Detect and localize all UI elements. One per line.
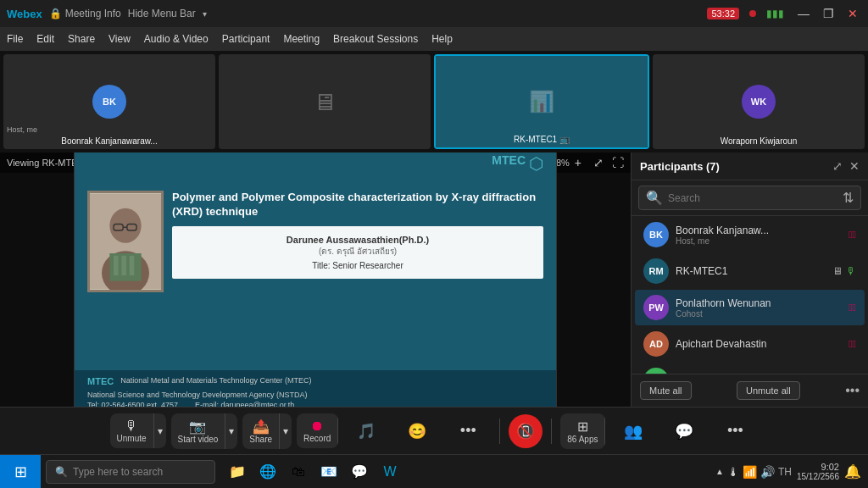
network-icon: 📶 xyxy=(743,465,757,479)
hide-menu-btn[interactable]: Hide Menu Bar xyxy=(128,8,196,19)
reactions-button[interactable]: 😊 xyxy=(394,417,440,446)
slide-tel: Tel: 02-564-6500 ext. 4757 xyxy=(87,401,178,407)
participant-boonrak[interactable]: BK Boonrak Kanjanaw... Host, me 🎙̶ xyxy=(635,217,865,252)
share-dropdown-arrow[interactable]: ▾ xyxy=(280,420,292,442)
participant-ponlathorn[interactable]: PW Ponlathorn Wenunan Cohost 🎙̶ xyxy=(635,290,865,325)
taskbar-file-explorer[interactable]: 📁 xyxy=(224,458,251,485)
share-icon: 📤 xyxy=(253,419,270,435)
start-video-button[interactable]: 📷 Start video xyxy=(171,413,226,449)
more-options-button[interactable]: ••• xyxy=(445,417,491,445)
record-icon: ⏺ xyxy=(310,419,324,434)
menu-meeting[interactable]: Meeting xyxy=(283,33,320,45)
audio-options-button[interactable]: 🎵 xyxy=(343,417,389,446)
pinfo-boonrak: Boonrak Kanjanaw... Host, me xyxy=(676,225,842,246)
window-controls: — ❐ ✕ xyxy=(794,7,861,20)
chat-button[interactable]: 💬 xyxy=(661,417,707,446)
panel-footer: Mute all Unmute all ••• xyxy=(632,374,868,407)
menu-view[interactable]: View xyxy=(108,33,131,45)
menu-edit[interactable]: Edit xyxy=(36,33,54,45)
participant-rkmtec1[interactable]: RM RK-MTEC1 🖥 🎙 xyxy=(635,253,865,289)
fit-icon[interactable]: ⤢ xyxy=(593,156,604,169)
apps-button[interactable]: ⊞ 86 Apps xyxy=(560,413,605,449)
taskbar-store[interactable]: 🛍 xyxy=(285,458,312,485)
taskbar-time: 9:02 xyxy=(797,462,839,472)
more-toolbar-button[interactable]: ••• xyxy=(712,417,758,445)
expand-panel-icon[interactable]: ⤢ xyxy=(832,159,843,173)
taskbar-webex[interactable]: W xyxy=(376,458,403,485)
record-button[interactable]: ⏺ Record xyxy=(297,413,338,448)
slide-footer: MTEC National Metal and Materials Techno… xyxy=(75,370,556,407)
meeting-info-btn[interactable]: 🔒 Meeting Info xyxy=(49,8,121,19)
video-slash-icon: 📷 xyxy=(189,419,206,435)
pname-boonrak: Boonrak Kanjanaw... xyxy=(676,225,842,236)
mute-icon-apichart: 🎙̶ xyxy=(849,338,856,350)
taskbar-edge[interactable]: 🌐 xyxy=(254,458,281,485)
fullscreen-icon[interactable]: ⛶ xyxy=(612,156,624,169)
mute-all-button[interactable]: Mute all xyxy=(640,381,692,400)
taskbar-clock: 9:02 15/12/2566 xyxy=(797,462,839,481)
avatar-ponlathorn: PW xyxy=(643,295,669,320)
system-tray: ▲ 🌡 📶 🔊 TH xyxy=(715,465,792,479)
taskbar-search-box[interactable]: 🔍 Type here to search xyxy=(46,460,215,484)
menu-file[interactable]: File xyxy=(7,33,23,45)
apps-label: 86 Apps xyxy=(567,435,598,444)
taskbar-mail[interactable]: 📧 xyxy=(315,458,342,485)
unmute-dropdown-arrow[interactable]: ▾ xyxy=(154,420,166,442)
svg-rect-8 xyxy=(121,256,126,275)
titlebar-right: 53:32 ▮▮▮ — ❐ ✕ xyxy=(707,7,861,20)
taskbar-search-placeholder: Type here to search xyxy=(73,466,163,478)
video-dropdown-arrow[interactable]: ▾ xyxy=(225,420,237,442)
notification-icon[interactable]: 🔔 xyxy=(844,463,861,480)
share-button[interactable]: 📤 Share xyxy=(242,413,280,449)
close-panel-icon[interactable]: ✕ xyxy=(849,159,860,173)
unmute-all-button[interactable]: Unmute all xyxy=(737,381,800,400)
taskbar: ⊞ 🔍 Type here to search 📁 🌐 🛍 📧 💬 W ▲ 🌡 … xyxy=(0,454,868,488)
slide-header: MTEC ⬡ xyxy=(75,152,556,182)
pname-rkmtec1: RK-MTEC1 xyxy=(676,265,826,277)
close-button[interactable]: ✕ xyxy=(844,7,861,20)
menu-participant[interactable]: Participant xyxy=(222,33,270,45)
thumb-boonrak[interactable]: BK Boonrak Kanjanawaraw... Host, me xyxy=(3,54,215,149)
search-input[interactable] xyxy=(668,192,837,204)
presenter-name: Darunee Aussawasathien(Ph.D.) xyxy=(181,235,535,245)
sort-icon[interactable]: ⇅ xyxy=(843,190,854,206)
pinfo-rkmtec1: RK-MTEC1 xyxy=(676,265,826,277)
pname-apichart: Apichart Devahastin xyxy=(676,338,842,350)
webex-logo: Webex xyxy=(7,8,42,20)
panel-icons: ⤢ ✕ xyxy=(832,159,860,173)
slide-org2: National Science and Technology Developm… xyxy=(87,390,543,402)
presenter-title: Title: Senior Researcher xyxy=(181,261,535,270)
thumb-woraporn[interactable]: WK Woraporn Kiwjaroun xyxy=(653,54,865,149)
prole-boonrak: Host, me xyxy=(676,236,842,246)
participant-chitchaya[interactable]: CN Chitchaya Nurarak 🎥 🎙̶ xyxy=(635,363,865,374)
prole-ponlathorn: Cohost xyxy=(676,309,842,319)
pinfo-ponlathorn: Ponlathorn Wenunan Cohost xyxy=(676,297,842,319)
participants-more-icon[interactable]: ••• xyxy=(845,383,860,398)
unmute-button[interactable]: 🎙 Unmute xyxy=(110,413,154,448)
taskbar-teams[interactable]: 💬 xyxy=(346,458,373,485)
video-group: 📷 Start video ▾ xyxy=(171,413,238,449)
menu-help[interactable]: Help xyxy=(431,33,453,45)
thumb-generic[interactable]: 🖥 xyxy=(219,54,431,149)
menu-audio-video[interactable]: Audio & Video xyxy=(144,33,209,45)
start-button[interactable]: ⊞ xyxy=(0,455,41,488)
slide-content: Polymer and Polymer Composite characteri… xyxy=(75,182,556,301)
restore-button[interactable]: ❐ xyxy=(820,7,837,20)
thumb-name-rkmtec1: RK-MTEC1 📺 xyxy=(439,135,644,144)
participants-panel-button[interactable]: 👥 xyxy=(610,417,656,446)
end-call-button[interactable]: 📵 xyxy=(509,414,542,448)
slide-org1: National Metal and Materials Technology … xyxy=(120,375,311,387)
minimize-button[interactable]: — xyxy=(794,7,813,20)
tray-chevron[interactable]: ▲ xyxy=(715,467,724,476)
picons-boonrak: 🎙̶ xyxy=(849,229,856,241)
menu-share[interactable]: Share xyxy=(68,33,95,45)
thumb-rkmtec1[interactable]: 📊 RK-MTEC1 📺 xyxy=(434,54,649,149)
menu-breakout[interactable]: Breakout Sessions xyxy=(333,33,418,45)
zoom-in-btn[interactable]: + xyxy=(575,156,581,169)
screen-viewer: Viewing RK-MTEC1's screen − 58% + ⤢ ⛶ MT… xyxy=(0,152,631,407)
unmute-label: Unmute xyxy=(117,434,147,443)
participant-apichart[interactable]: AD Apichart Devahastin 🎙̶ xyxy=(635,326,865,362)
picons-rkmtec1: 🖥 🎙 xyxy=(832,265,856,277)
slide-contact: Tel: 02-564-6500 ext. 4757 E-mail: darun… xyxy=(87,401,543,407)
avatar-boonrak-list: BK xyxy=(643,222,669,247)
